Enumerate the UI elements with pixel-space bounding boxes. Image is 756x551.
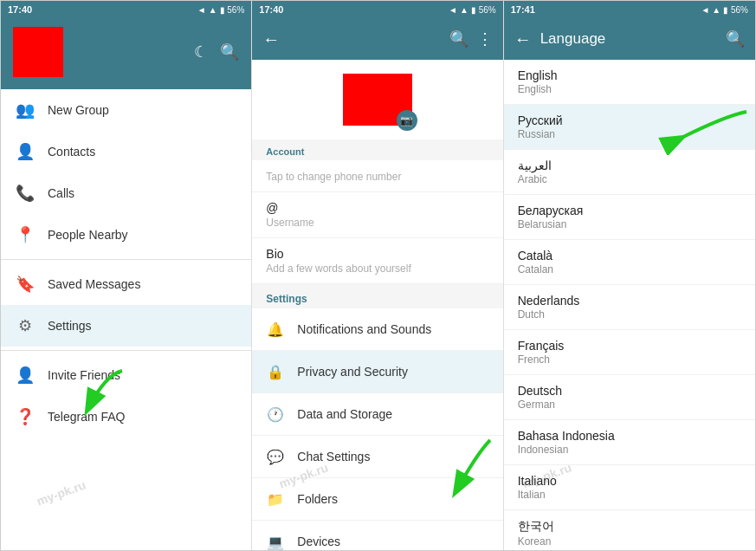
bio-field[interactable]: Bio Add a few words about yourself — [252, 238, 502, 284]
lang-name-french: Français — [518, 339, 741, 353]
lang-name-arabic: العربية — [518, 159, 741, 172]
search-button-2[interactable]: 🔍 — [449, 29, 468, 49]
battery-icon-2: ▮ 56% — [471, 5, 496, 15]
more-button-2[interactable]: ⋮ — [477, 29, 493, 49]
lang-native-german: German — [518, 399, 741, 411]
lang-name-german: Deutsch — [518, 384, 741, 398]
sidebar-item-new-group[interactable]: 👥 New Group — [1, 89, 251, 131]
sidebar-item-saved-messages[interactable]: 🔖 Saved Messages — [1, 263, 251, 305]
lang-item-arabic[interactable]: العربية Arabic — [504, 150, 755, 195]
lang-name-korean: 한국어 — [518, 519, 741, 535]
watermark-1: my-pk.ru — [35, 477, 87, 508]
username-hint: Username — [266, 217, 488, 229]
lang-item-english[interactable]: English English — [504, 60, 755, 105]
sidebar-label-saved-messages: Saved Messages — [48, 277, 140, 291]
lang-native-indonesian: Indonesian — [518, 444, 741, 456]
language-list-container: English English Русский Russian العربية … — [504, 60, 755, 551]
sidebar-label-invite: Invite Friends — [48, 368, 120, 382]
settings-section-label: Settings — [252, 284, 502, 308]
sidebar-panel: 17:40 ◄ ▲ ▮ 56% ☾ 🔍 👥 New Group 👤 Contac… — [1, 1, 252, 551]
lang-item-korean[interactable]: 한국어 Korean — [504, 510, 755, 551]
sidebar-item-telegram-faq[interactable]: ❓ Telegram FAQ — [1, 396, 251, 438]
sidebar-label-faq: Telegram FAQ — [48, 410, 125, 424]
lang-item-catalan[interactable]: Català Catalan — [504, 240, 755, 285]
lang-item-italian[interactable]: Italiano Italian — [504, 465, 755, 510]
folders-icon: 📁 — [266, 489, 285, 509]
username-at: @ — [266, 201, 488, 215]
lang-name-belarusian: Беларуская — [518, 204, 741, 217]
back-button-2[interactable]: ← — [262, 29, 280, 49]
settings-header: ← 🔍 ⋮ — [252, 18, 502, 60]
lang-item-french[interactable]: Français French — [504, 330, 755, 375]
settings-item-folders[interactable]: 📁 Folders — [252, 478, 502, 521]
sidebar-item-contacts[interactable]: 👤 Contacts — [1, 131, 251, 172]
back-button-3[interactable]: ← — [514, 29, 532, 49]
lang-native-belarusian: Belarusian — [518, 218, 741, 230]
devices-icon: 💻 — [266, 532, 285, 551]
language-panel: 17:41 ◄ ▲ ▮ 56% ← Language 🔍 English Eng… — [504, 1, 755, 551]
phone-field[interactable]: Tap to change phone number — [252, 160, 502, 192]
lang-name-indonesian: Bahasa Indonesia — [518, 429, 741, 443]
search-button-3[interactable]: 🔍 — [726, 29, 745, 49]
lang-item-russian[interactable]: Русский Russian — [504, 105, 755, 150]
status-icons-1: ◄ ▲ ▮ 56% — [197, 5, 245, 15]
settings-icon: ⚙ — [15, 315, 36, 336]
phone-hint: Tap to change phone number — [266, 171, 488, 183]
wifi-icon-2: ▲ — [460, 5, 468, 15]
lang-native-catalan: Catalan — [518, 263, 741, 276]
saved-messages-icon: 🔖 — [15, 274, 36, 295]
camera-button[interactable]: 📷 — [397, 110, 417, 131]
lang-name-english: English — [518, 68, 741, 82]
sidebar-item-settings[interactable]: ⚙ Settings — [1, 305, 251, 347]
signal-icon-2: ◄ — [449, 5, 457, 15]
menu-divider — [1, 259, 251, 260]
people-nearby-icon: 📍 — [15, 224, 36, 245]
status-bar-1: 17:40 ◄ ▲ ▮ 56% — [1, 1, 251, 18]
signal-icon: ◄ — [197, 5, 206, 15]
lang-native-arabic: Arabic — [518, 173, 741, 185]
time-3: 17:41 — [511, 4, 535, 15]
lang-item-german[interactable]: Deutsch German — [504, 375, 755, 420]
settings-item-privacy[interactable]: 🔒 Privacy and Security — [252, 351, 502, 393]
lang-native-italian: Italian — [518, 489, 741, 501]
signal-icon-3: ◄ — [701, 5, 709, 15]
invite-icon: 👤 — [15, 365, 36, 386]
status-bar-3: 17:41 ◄ ▲ ▮ 56% — [504, 1, 755, 18]
lang-item-indonesian[interactable]: Bahasa Indonesia Indonesian — [504, 420, 755, 465]
search-icon[interactable]: 🔍 — [220, 42, 239, 62]
username-field[interactable]: @ Username — [252, 192, 502, 238]
settings-item-chat[interactable]: 💬 Chat Settings — [252, 436, 502, 478]
profile-section: 📷 — [252, 60, 502, 139]
lang-item-dutch[interactable]: Nederlands Dutch — [504, 285, 755, 330]
faq-icon: ❓ — [15, 406, 36, 427]
wifi-icon-3: ▲ — [712, 5, 720, 15]
settings-item-notifications[interactable]: 🔔 Notifications and Sounds — [252, 308, 502, 351]
settings-item-devices[interactable]: 💻 Devices — [252, 521, 502, 551]
time-1: 17:40 — [8, 4, 32, 15]
profile-avatar-wrap: 📷 — [343, 74, 412, 126]
sidebar-item-calls[interactable]: 📞 Calls — [1, 172, 251, 214]
chat-label: Chat Settings — [297, 450, 370, 463]
bio-hint: Add a few words about yourself — [266, 263, 488, 275]
contacts-icon: 👤 — [15, 141, 36, 162]
status-icons-3: ◄ ▲ ▮ 56% — [701, 5, 748, 15]
data-icon: 🕐 — [266, 405, 285, 424]
sidebar-item-people-nearby[interactable]: 📍 People Nearby — [1, 214, 251, 256]
bio-label: Bio — [266, 247, 488, 261]
night-mode-icon[interactable]: ☾ — [194, 42, 208, 62]
language-header: ← Language 🔍 — [504, 18, 755, 60]
notifications-icon: 🔔 — [266, 320, 285, 339]
battery-icon: ▮ 56% — [220, 5, 245, 15]
sidebar-label-new-group: New Group — [48, 103, 109, 117]
language-list: English English Русский Russian العربية … — [504, 60, 755, 551]
privacy-label: Privacy and Security — [297, 365, 408, 379]
privacy-icon: 🔒 — [266, 362, 285, 381]
devices-label: Devices — [297, 535, 340, 548]
lang-name-catalan: Català — [518, 249, 741, 263]
lang-item-belarusian[interactable]: Беларуская Belarusian — [504, 195, 755, 240]
settings-item-data[interactable]: 🕐 Data and Storage — [252, 393, 502, 436]
sidebar-item-invite-friends[interactable]: 👤 Invite Friends — [1, 354, 251, 396]
lang-native-english: English — [518, 83, 741, 95]
account-label: Account — [252, 139, 502, 160]
sidebar-label-contacts: Contacts — [48, 145, 95, 159]
